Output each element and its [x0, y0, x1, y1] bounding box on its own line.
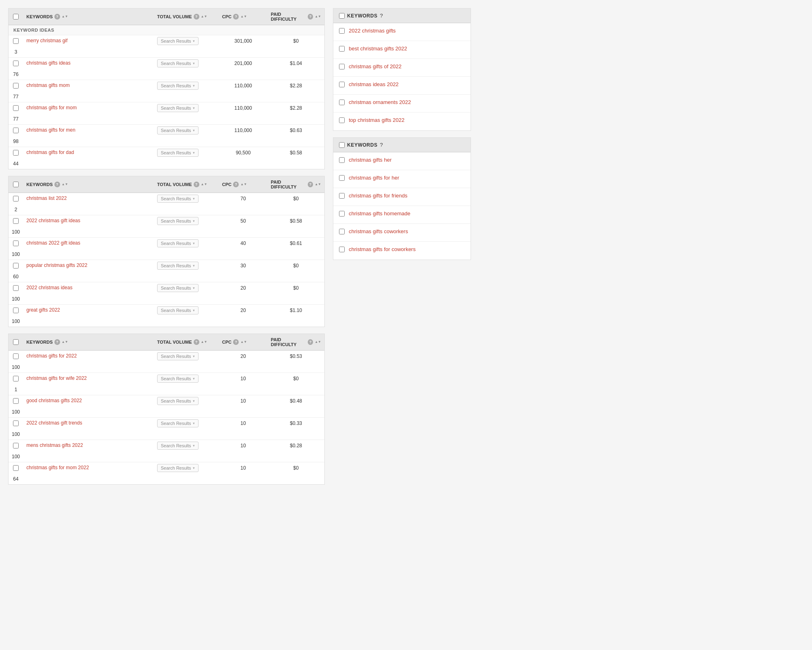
right-keyword-checkbox[interactable]	[339, 247, 345, 252]
row-checkbox-cell[interactable]	[9, 240, 23, 246]
search-results-cell[interactable]: Search Results▾	[154, 102, 219, 114]
row-checkbox-cell[interactable]	[9, 308, 23, 313]
row-checkbox-cell[interactable]	[9, 128, 23, 133]
row-checkbox[interactable]	[13, 128, 19, 133]
right-header-checkbox-2[interactable]	[339, 142, 345, 148]
volume-help-icon[interactable]: ?	[194, 14, 199, 20]
row-checkbox-cell[interactable]	[9, 443, 23, 448]
cpc-help-icon[interactable]: ?	[233, 182, 239, 187]
search-results-cell[interactable]: Search Results▾	[154, 125, 219, 136]
search-results-cell[interactable]: Search Results▾	[154, 260, 219, 271]
keywords-help-icon[interactable]: ?	[54, 339, 60, 345]
search-results-button[interactable]: Search Results▾	[157, 217, 199, 225]
right-header-help-icon-2[interactable]: ?	[380, 142, 383, 148]
search-results-button[interactable]: Search Results▾	[157, 284, 199, 292]
row-checkbox[interactable]	[13, 61, 19, 66]
cpc-help-icon[interactable]: ?	[233, 339, 239, 345]
row-checkbox-cell[interactable]	[9, 285, 23, 291]
cpc-sort[interactable]: ▲▼	[240, 340, 247, 344]
row-checkbox[interactable]	[13, 353, 19, 359]
right-keyword-checkbox[interactable]	[339, 157, 345, 163]
header-checkbox-cell[interactable]	[9, 339, 23, 345]
right-header-checkbox-1[interactable]	[339, 13, 345, 19]
search-results-cell[interactable]: Search Results▾	[154, 282, 219, 294]
right-keyword-checkbox[interactable]	[339, 100, 345, 105]
row-checkbox-cell[interactable]	[9, 38, 23, 44]
volume-sort[interactable]: ▲▼	[201, 340, 207, 344]
search-results-cell[interactable]: Search Results▾	[154, 80, 219, 91]
row-checkbox-cell[interactable]	[9, 420, 23, 426]
row-checkbox-cell[interactable]	[9, 61, 23, 66]
row-checkbox[interactable]	[13, 105, 19, 111]
cpc-sort[interactable]: ▲▼	[240, 183, 247, 186]
search-results-cell[interactable]: Search Results▾	[154, 462, 219, 474]
search-results-button[interactable]: Search Results▾	[157, 442, 199, 450]
keywords-sort[interactable]: ▲▼	[62, 340, 68, 344]
search-results-cell[interactable]: Search Results▾	[154, 305, 219, 316]
row-checkbox[interactable]	[13, 376, 19, 381]
search-results-cell[interactable]: Search Results▾	[154, 193, 219, 204]
row-checkbox-cell[interactable]	[9, 105, 23, 111]
row-checkbox-cell[interactable]	[9, 398, 23, 404]
row-checkbox-cell[interactable]	[9, 263, 23, 269]
cpc-help-icon[interactable]: ?	[233, 14, 239, 20]
volume-help-icon[interactable]: ?	[194, 182, 199, 187]
search-results-button[interactable]: Search Results▾	[157, 126, 199, 134]
row-checkbox[interactable]	[13, 398, 19, 404]
keywords-help-icon[interactable]: ?	[54, 14, 60, 20]
search-results-button[interactable]: Search Results▾	[157, 397, 199, 405]
search-results-button[interactable]: Search Results▾	[157, 464, 199, 472]
right-keyword-checkbox[interactable]	[339, 211, 345, 217]
row-checkbox[interactable]	[13, 465, 19, 471]
search-results-button[interactable]: Search Results▾	[157, 149, 199, 157]
difficulty-sort[interactable]: ▲▼	[315, 340, 321, 344]
row-checkbox-cell[interactable]	[9, 196, 23, 202]
search-results-button[interactable]: Search Results▾	[157, 104, 199, 112]
search-results-cell[interactable]: Search Results▾	[154, 440, 219, 451]
keywords-sort[interactable]: ▲▼	[62, 183, 68, 186]
right-keyword-checkbox[interactable]	[339, 175, 345, 181]
search-results-cell[interactable]: Search Results▾	[154, 215, 219, 227]
row-checkbox[interactable]	[13, 443, 19, 448]
search-results-button[interactable]: Search Results▾	[157, 239, 199, 247]
row-checkbox[interactable]	[13, 420, 19, 426]
row-checkbox[interactable]	[13, 150, 19, 156]
search-results-button[interactable]: Search Results▾	[157, 262, 199, 270]
search-results-button[interactable]: Search Results▾	[157, 306, 199, 314]
volume-help-icon[interactable]: ?	[194, 339, 199, 345]
keywords-help-icon[interactable]: ?	[54, 182, 60, 187]
row-checkbox[interactable]	[13, 240, 19, 246]
search-results-cell[interactable]: Search Results▾	[154, 58, 219, 69]
row-checkbox[interactable]	[13, 83, 19, 89]
row-checkbox[interactable]	[13, 38, 19, 44]
right-keyword-checkbox[interactable]	[339, 46, 345, 52]
right-keyword-checkbox[interactable]	[339, 82, 345, 87]
volume-sort[interactable]: ▲▼	[201, 15, 207, 18]
search-results-button[interactable]: Search Results▾	[157, 59, 199, 67]
keywords-sort[interactable]: ▲▼	[62, 15, 68, 18]
row-checkbox-cell[interactable]	[9, 218, 23, 224]
right-keyword-checkbox[interactable]	[339, 117, 345, 123]
volume-sort[interactable]: ▲▼	[201, 183, 207, 186]
row-checkbox-cell[interactable]	[9, 150, 23, 156]
row-checkbox[interactable]	[13, 263, 19, 269]
select-all-checkbox-2[interactable]	[13, 182, 19, 187]
difficulty-help-icon[interactable]: ?	[308, 14, 313, 20]
header-checkbox-cell[interactable]	[9, 14, 23, 20]
search-results-button[interactable]: Search Results▾	[157, 419, 199, 427]
row-checkbox-cell[interactable]	[9, 376, 23, 381]
difficulty-help-icon[interactable]: ?	[308, 339, 313, 345]
row-checkbox-cell[interactable]	[9, 465, 23, 471]
search-results-cell[interactable]: Search Results▾	[154, 147, 219, 158]
cpc-sort[interactable]: ▲▼	[240, 15, 247, 18]
search-results-button[interactable]: Search Results▾	[157, 195, 199, 203]
row-checkbox[interactable]	[13, 285, 19, 291]
search-results-cell[interactable]: Search Results▾	[154, 35, 219, 47]
search-results-cell[interactable]: Search Results▾	[154, 395, 219, 407]
search-results-button[interactable]: Search Results▾	[157, 352, 199, 360]
difficulty-sort[interactable]: ▲▼	[315, 183, 321, 186]
difficulty-sort[interactable]: ▲▼	[315, 15, 321, 18]
select-all-checkbox-3[interactable]	[13, 339, 19, 345]
row-checkbox[interactable]	[13, 308, 19, 313]
right-keyword-checkbox[interactable]	[339, 64, 345, 69]
